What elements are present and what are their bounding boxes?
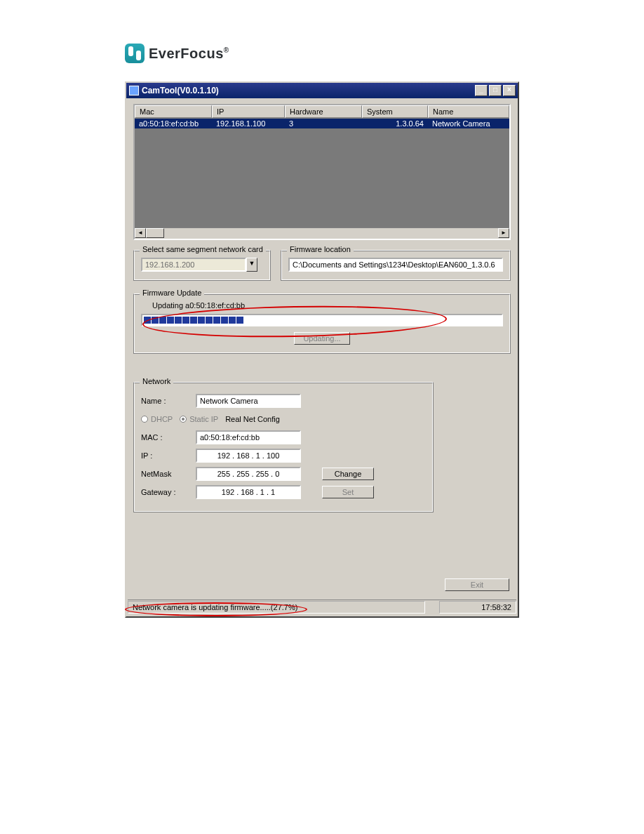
real-net-config-label: Real Net Config [225,415,280,423]
mask-label: NetMask [141,470,189,478]
mac-field[interactable]: a0:50:18:ef:cd:bb [196,430,301,444]
network-legend: Network [140,377,173,385]
row-mask: NetMask 255 . 255 . 255 . 0 Change [141,467,426,481]
row-gateway: Gateway : 192 . 168 . 1 . 1 Set [141,485,426,499]
table-row[interactable]: a0:50:18:ef:cd:bb 192.168.1.100 3 1.3.0.… [135,119,509,128]
set-button: Set [322,486,374,498]
col-name[interactable]: Name [428,105,509,118]
change-button[interactable]: Change [322,468,374,480]
gateway-field[interactable]: 192 . 168 . 1 . 1 [196,485,301,499]
segment-legend: Select same segment network card [140,245,266,253]
window-body: Mac IP Hardware System Name a0:50:18:ef:… [126,98,518,615]
col-mac[interactable]: Mac [135,105,212,118]
maximize-button[interactable]: □ [489,85,502,96]
firmware-location-legend: Firmware location [287,245,354,253]
dhcp-label: DHCP [151,415,173,423]
name-field[interactable]: Network Camera [196,394,301,408]
firmware-path[interactable]: C:\Documents and Settings\1234\Desktop\E… [288,258,503,272]
nic-value: 192.168.1.200 [141,258,246,272]
mask-field[interactable]: 255 . 255 . 255 . 0 [196,467,301,481]
brand-name-text: EverFocus [149,46,224,61]
app-window: CamTool(V0.0.1.10) _ □ × Mac IP Hardware… [125,81,519,618]
mac-label: MAC : [141,433,189,442]
brand-name: EverFocus® [149,46,229,62]
cell-name: Network Camera [428,119,509,128]
brand-logo: EverFocus® [125,44,229,63]
nic-dropdown[interactable]: 192.168.1.200 ▼ [141,258,257,272]
col-hardware[interactable]: Hardware [285,105,362,118]
gateway-label: Gateway : [141,488,189,496]
status-message: Network camera is updating firmware.....… [128,601,425,614]
list-header: Mac IP Hardware System Name [135,105,509,119]
horizontal-scrollbar[interactable]: ◄ ► [135,227,509,239]
scroll-left-icon[interactable]: ◄ [135,228,146,238]
col-ip[interactable]: IP [212,105,285,118]
status-time: 17:58:32 [439,601,516,614]
row-mac: MAC : a0:50:18:ef:cd:bb [141,430,426,444]
scroll-thumb[interactable] [146,228,164,238]
cell-ip: 192.168.1.100 [212,119,285,128]
exit-button: Exit [445,578,509,591]
app-icon [129,86,139,95]
row-name: Name : Network Camera [141,394,426,408]
firmware-update-legend: Firmware Update [140,289,204,297]
progress-bar [141,314,503,326]
brand-mark-icon [125,44,145,63]
static-label: Static IP [189,415,218,423]
cell-system: 1.3.0.64 [362,119,428,128]
status-bar: Network camera is updating firmware.....… [128,600,516,614]
ip-field[interactable]: 192 . 168 . 1 . 100 [196,449,301,463]
close-button[interactable]: × [503,85,516,96]
chevron-down-icon[interactable]: ▼ [246,258,257,272]
static-ip-radio: Static IP [180,415,218,423]
updating-label: Updating a0:50:18:ef:cd:bb [152,301,503,310]
row-ip: IP : 192 . 168 . 1 . 100 [141,449,426,463]
col-system[interactable]: System [362,105,428,118]
titlebar[interactable]: CamTool(V0.0.1.10) _ □ × [126,83,518,98]
row-iptype: DHCP Static IP Real Net Config [141,415,426,423]
device-list[interactable]: Mac IP Hardware System Name a0:50:18:ef:… [133,104,511,240]
minimize-button[interactable]: _ [475,85,488,96]
scroll-right-icon[interactable]: ► [498,228,509,238]
cell-mac: a0:50:18:ef:cd:bb [135,119,212,128]
name-label: Name : [141,397,189,405]
dhcp-radio: DHCP [141,415,173,423]
window-title: CamTool(V0.0.1.10) [142,86,219,95]
updating-prefix: Updating [152,301,185,310]
brand-reg: ® [224,46,229,54]
updating-button: Updating... [294,332,349,345]
updating-mac: a0:50:18:ef:cd:bb [185,301,245,310]
cell-hardware: 3 [285,119,362,128]
ip-label: IP : [141,451,189,460]
